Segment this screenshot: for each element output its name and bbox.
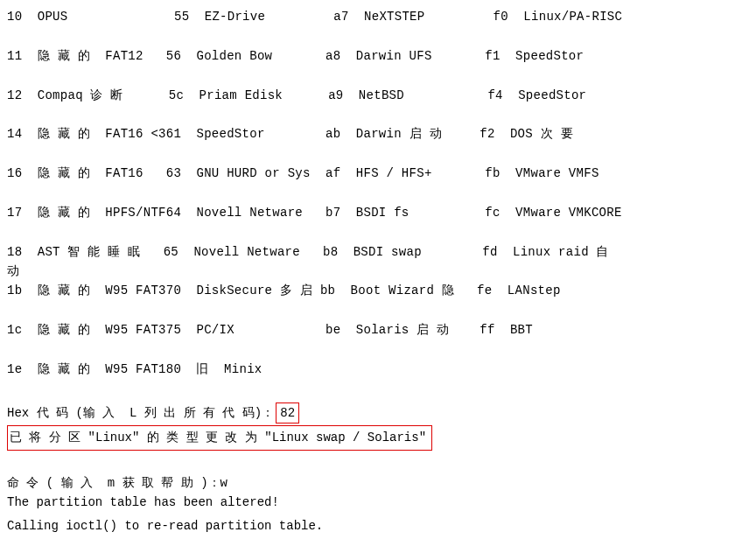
partition-type-table: 10 OPUS 55 EZ-Drive a7 NeXTSTEP f0 Linux… [7,7,749,379]
command-line: 命 令 ( 输 入 m 获 取 帮 助 )：w The partition ta… [7,454,749,513]
warning-block: WARNING: Re-reading the partition table … [7,539,749,546]
table-blank-row [7,222,749,242]
table-row: 14 隐 藏 的 FAT16 <361 SpeedStor ab Darwin … [7,124,749,144]
table-blank-row [7,184,749,203]
table-row: 11 隐 藏 的 FAT12 56 Golden Bow a8 Darwin U… [7,46,749,66]
table-row: 10 OPUS 55 EZ-Drive a7 NeXTSTEP f0 Linux… [7,7,749,26]
table-row: 18 AST 智 能 睡 眠 65 Novell Netware b8 BSDI… [7,242,749,262]
table-blank-row [7,26,749,46]
altered-message: The partition table has been altered! [7,495,279,509]
hex-prompt-label: Hex 代 码 (输 入 L 列 出 所 有 代 码)： [7,406,274,420]
ioctl-message: Calling ioctl() to re-read partition tab… [7,516,749,536]
hex-code-input[interactable]: 82 [276,402,299,424]
table-row: 1c 隐 藏 的 W95 FAT375 PC/IX be Solaris 启 动… [7,320,749,340]
table-blank-row [7,66,749,85]
command-prompt[interactable]: 命 令 ( 输 入 m 获 取 帮 助 )：w [7,476,228,490]
table-row: 12 Compaq 诊 断 5c Priam Edisk a9 NetBSD f… [7,86,749,105]
table-row: 1b 隐 藏 的 W95 FAT370 DiskSecure 多 启 bb Bo… [7,281,749,300]
table-row-overflow: 动 [7,262,749,281]
table-blank-row [7,105,749,124]
table-row: 1e 隐 藏 的 W95 FAT180 旧 Minix [7,360,749,379]
partition-change-message: 已 将 分 区 "Linux" 的 类 型 更 改 为 "Linux swap … [7,425,432,450]
table-blank-row [7,144,749,164]
hex-prompt-line: Hex 代 码 (输 入 L 列 出 所 有 代 码)：82 [7,402,299,424]
table-blank-row [7,301,749,320]
table-row: 17 隐 藏 的 HPFS/NTF64 Novell Netware b7 BS… [7,203,749,222]
table-blank-row [7,340,749,360]
table-row: 16 隐 藏 的 FAT16 63 GNU HURD or Sys af HFS… [7,164,749,183]
